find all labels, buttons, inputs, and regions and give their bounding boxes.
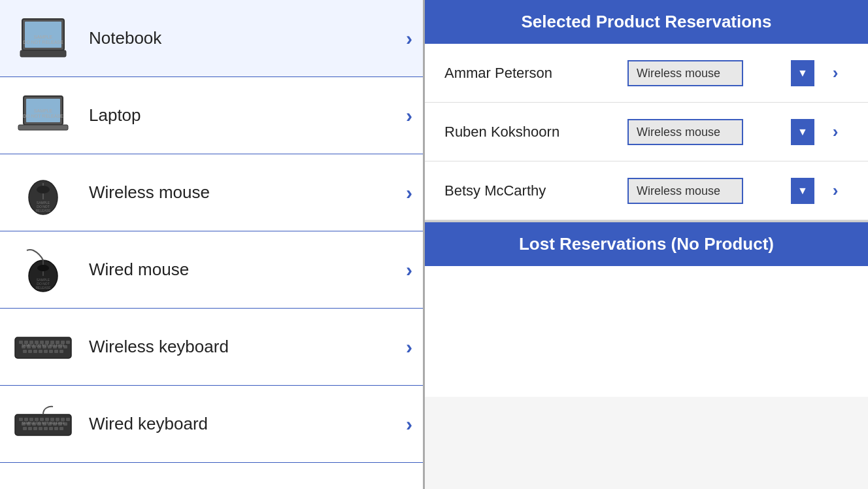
svg-rect-49 [59,350,63,353]
reservation-controls-ruben: Wireless mouseWired mouseWireless keyboa… [627,119,848,145]
svg-rect-44 [33,350,37,353]
svg-rect-72 [28,427,32,430]
reservation-row-betsy: Betsy McCarthyWireless mouseWired mouseW… [425,161,868,220]
reservation-controls-betsy: Wireless mouseWired mouseWireless keyboa… [627,178,848,204]
lost-section: Lost Reservations (No Product) [425,222,868,397]
product-item-wired-mouse[interactable]: SAMPLE DO NOT RELEASE Wired mouse› [0,231,423,309]
svg-rect-46 [44,350,48,353]
product-item-laptop[interactable]: SAMPLE DO NOT RELEASE Laptop› [0,77,423,154]
svg-text:SAMPLE DO NOT RELEASE: SAMPLE DO NOT RELEASE [22,421,65,425]
svg-rect-47 [49,350,53,353]
wired-keyboard-icon: SAMPLE DO NOT RELEASE [10,398,76,450]
svg-rect-76 [49,427,53,430]
wired-mouse-icon: SAMPLE DO NOT RELEASE [10,244,76,296]
chevron-right-icon-wired-keyboard[interactable]: › [406,413,412,435]
lost-reservations-body [425,266,868,397]
product-item-wireless-mouse[interactable]: SAMPLE DO NOT RELEASE Wireless mouse› [0,154,423,231]
product-label-wired-mouse: Wired mouse [89,260,399,280]
chevron-right-icon-laptop[interactable]: › [406,105,412,127]
svg-point-12 [37,186,50,194]
notebook-icon: SAMPLE DO NOT RELEASE [10,12,76,65]
reservation-name-ammar: Ammar Peterson [444,65,627,82]
product-select-ammar[interactable]: Wireless mouseWired mouseWireless keyboa… [627,60,743,86]
chevron-right-icon-wireless-mouse[interactable]: › [406,182,412,204]
svg-rect-75 [44,427,48,430]
chevron-right-icon-wired-mouse[interactable]: › [406,259,412,281]
reservation-row-ruben: Ruben KokshoornWireless mouseWired mouse… [425,103,868,161]
product-item-wired-keyboard[interactable]: SAMPLE DO NOT RELEASE Wired keyboard› [0,386,423,463]
laptop-icon: SAMPLE DO NOT RELEASE [10,90,76,142]
select-dropdown-arrow-betsy: ▼ [791,178,814,204]
chevron-right-icon-notebook[interactable]: › [406,27,412,50]
product-item-wireless-keyboard[interactable]: SAMPLE DO NOT RELEASE Wireless keyboard› [0,309,423,386]
select-wrapper-ruben: Wireless mouseWired mouseWireless keyboa… [627,119,814,145]
reservation-name-ruben: Ruben Kokshoorn [444,124,627,141]
svg-text:SAMPLE: SAMPLE [34,109,53,113]
reservation-row-ammar: Ammar PetersonWireless mouseWired mouseW… [425,44,868,103]
navigate-arrow-betsy[interactable]: › [822,178,848,204]
product-label-notebook: Notebook [89,28,399,48]
navigate-arrow-ammar[interactable]: › [822,60,848,86]
product-label-wireless-mouse: Wireless mouse [89,182,399,203]
svg-text:DO NOT RELEASE: DO NOT RELEASE [23,40,63,44]
product-list: SAMPLE DO NOT RELEASE Notebook› SAMPLE D… [0,0,425,489]
reservation-name-betsy: Betsy McCarthy [444,182,627,199]
svg-rect-77 [54,427,58,430]
svg-rect-2 [20,50,66,57]
svg-rect-71 [23,427,27,430]
svg-rect-48 [54,350,58,353]
chevron-down-icon: ▼ [797,126,808,138]
product-label-wired-keyboard: Wired keyboard [89,414,399,434]
svg-rect-42 [23,350,27,353]
chevron-down-icon: ▼ [797,67,808,79]
product-label-laptop: Laptop [89,105,399,126]
svg-text:RELEASE: RELEASE [35,209,51,212]
product-select-betsy[interactable]: Wireless mouseWired mouseWireless keyboa… [627,178,743,204]
chevron-down-icon: ▼ [797,185,808,197]
wireless-mouse-icon: SAMPLE DO NOT RELEASE [10,167,76,219]
reservation-list: Ammar PetersonWireless mouseWired mouseW… [425,44,868,222]
svg-rect-43 [28,350,32,353]
svg-rect-73 [33,427,37,430]
svg-text:SAMPLE: SAMPLE [34,35,53,39]
svg-text:DO NOT RELEASE: DO NOT RELEASE [23,114,63,118]
product-item-notebook[interactable]: SAMPLE DO NOT RELEASE Notebook› [0,0,423,77]
svg-rect-45 [39,350,42,353]
svg-rect-7 [18,125,68,130]
chevron-right-icon-wireless-keyboard[interactable]: › [406,336,412,358]
select-dropdown-arrow-ammar: ▼ [791,60,814,86]
svg-text:RELEASE: RELEASE [35,286,51,290]
svg-point-18 [37,265,49,271]
product-select-ruben[interactable]: Wireless mouseWired mouseWireless keyboa… [627,119,743,145]
wireless-keyboard-icon: SAMPLE DO NOT RELEASE [10,321,76,373]
svg-rect-74 [39,427,42,430]
selected-reservations-header: Selected Product Reservations [425,0,868,44]
svg-rect-32 [66,341,70,344]
select-wrapper-ammar: Wireless mouseWired mouseWireless keyboa… [627,60,814,86]
lost-reservations-header: Lost Reservations (No Product) [425,222,868,266]
reservation-controls-ammar: Wireless mouseWired mouseWireless keyboa… [627,60,848,86]
svg-text:SAMPLE DO NOT RELEASE: SAMPLE DO NOT RELEASE [22,343,65,347]
reservations-panel: Selected Product Reservations Ammar Pete… [425,0,868,489]
svg-rect-78 [59,427,63,430]
navigate-arrow-ruben[interactable]: › [822,119,848,145]
select-dropdown-arrow-ruben: ▼ [791,119,814,145]
product-label-wireless-keyboard: Wireless keyboard [89,337,399,357]
select-wrapper-betsy: Wireless mouseWired mouseWireless keyboa… [627,178,814,204]
svg-rect-61 [66,418,70,421]
